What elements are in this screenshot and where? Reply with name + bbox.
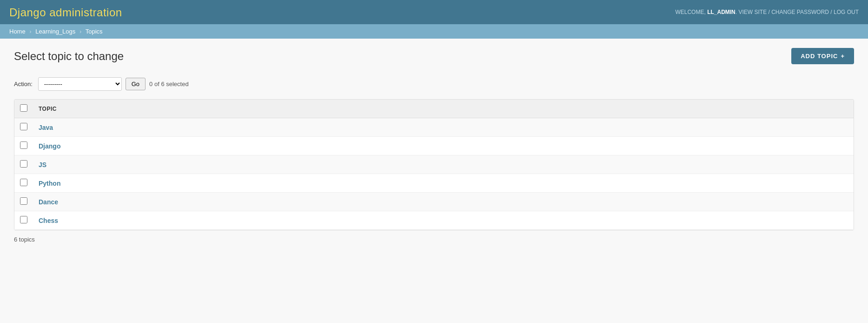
row-checkbox[interactable]: [20, 216, 27, 223]
topic-link[interactable]: Django: [39, 142, 60, 150]
topic-link[interactable]: JS: [39, 161, 46, 168]
view-site-link[interactable]: VIEW SITE: [738, 9, 767, 15]
breadcrumb-home[interactable]: Home: [9, 28, 26, 35]
topic-link[interactable]: Dance: [39, 198, 58, 206]
content-title-row: Select topic to change ADD TOPIC +: [14, 48, 854, 64]
table-row: Django: [14, 137, 854, 155]
separator-1: /: [767, 9, 771, 15]
selected-count: 0 of 6 selected: [149, 81, 189, 87]
user-tools: WELCOME, LL_ADMIN. VIEW SITE / CHANGE PA…: [675, 9, 859, 15]
table-row: JS: [14, 155, 854, 174]
breadcrumb-current: Topics: [86, 28, 103, 35]
breadcrumb-divider-2: ›: [80, 28, 81, 35]
topic-link[interactable]: Java: [39, 124, 53, 131]
site-header: Django administration WELCOME, LL_ADMIN.…: [0, 0, 868, 24]
topics-table: TOPIC JavaDjangoJSPythonDanceChess: [14, 100, 854, 230]
log-out-link[interactable]: LOG OUT: [834, 9, 859, 15]
add-topic-button[interactable]: ADD TOPIC +: [791, 48, 854, 64]
action-label: Action:: [14, 81, 33, 87]
actions-bar: Action: --------- Go 0 of 6 selected: [14, 74, 854, 94]
site-title: Django administration: [9, 5, 122, 20]
table-header-row: TOPIC: [14, 100, 854, 118]
add-topic-icon: +: [841, 53, 845, 60]
welcome-prefix: WELCOME,: [675, 9, 707, 15]
breadcrumb-divider-1: ›: [29, 28, 31, 35]
table-row: Java: [14, 118, 854, 137]
separator-2: /: [829, 9, 834, 15]
page-title: Select topic to change: [14, 50, 124, 63]
username: LL_ADMIN: [707, 9, 735, 15]
result-count: 6 topics: [14, 230, 854, 249]
row-checkbox[interactable]: [20, 123, 27, 130]
add-topic-label: ADD TOPIC: [801, 53, 838, 60]
row-checkbox[interactable]: [20, 141, 27, 149]
table-row: Chess: [14, 211, 854, 230]
topic-column-header: TOPIC: [33, 100, 854, 118]
breadcrumb: Home › Learning_Logs › Topics: [0, 24, 868, 39]
main-content: Select topic to change ADD TOPIC + Actio…: [0, 39, 868, 258]
select-all-header: [14, 100, 33, 118]
topics-table-wrapper: TOPIC JavaDjangoJSPythonDanceChess: [14, 99, 854, 230]
topic-link[interactable]: Chess: [39, 217, 58, 224]
change-password-link[interactable]: CHANGE PASSWORD: [771, 9, 829, 15]
table-row: Python: [14, 174, 854, 193]
site-title-link[interactable]: Django administration: [9, 6, 122, 19]
select-all-checkbox[interactable]: [20, 104, 27, 112]
go-button[interactable]: Go: [126, 78, 146, 90]
row-checkbox[interactable]: [20, 179, 27, 186]
topic-link[interactable]: Python: [39, 180, 60, 187]
table-row: Dance: [14, 193, 854, 211]
action-select[interactable]: ---------: [38, 77, 122, 91]
breadcrumb-app[interactable]: Learning_Logs: [35, 28, 75, 35]
row-checkbox[interactable]: [20, 197, 27, 205]
row-checkbox[interactable]: [20, 160, 27, 168]
